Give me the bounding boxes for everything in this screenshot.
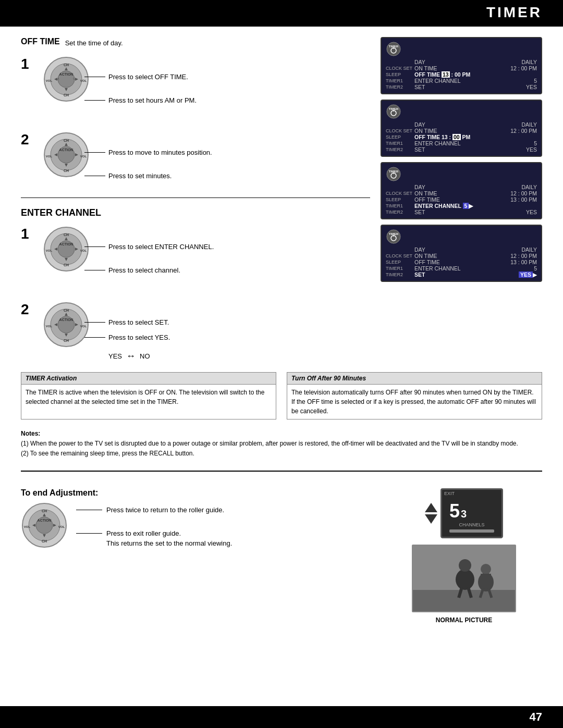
dial-end: CH CH VOL VOL ACTION — [21, 502, 68, 549]
end-left: To end Adjustment: CH CH VOL VOL ACTION — [21, 488, 375, 557]
screen4-row-timer1: TIMER1 ENTER CHANNEL 5 — [386, 265, 537, 272]
timer-icon-1: TIMER — [386, 41, 401, 57]
screen-1: TIMER DAY DAILY CLOCK SET ON TIME 12 : — [381, 37, 542, 94]
off-time-step2-line1: Press to move to minutes position. — [84, 149, 212, 156]
screen4-row-clockset: CLOCK SET ON TIME 12 : 00 PM — [386, 253, 537, 259]
notes-item-1: (1) When the power to the TV set is disr… — [21, 440, 518, 447]
info-boxes: TIMER Activation The TIMER is active whe… — [21, 372, 542, 419]
screen2-header: TIMER — [386, 104, 537, 119]
dial-4: CH CH VOL VOL ACTION — [43, 301, 90, 348]
enter-channel-title: ENTER CHANNEL — [21, 207, 101, 218]
screen1-header: TIMER — [386, 41, 537, 57]
svg-point-84 — [481, 564, 491, 574]
page-number: 47 — [530, 710, 542, 723]
screen1-row-sleep: SLEEP OFF TIME 13 : 00 PM — [386, 71, 537, 78]
svg-text:CH: CH — [42, 509, 47, 513]
timer-activation-box: TIMER Activation The TIMER is active whe… — [21, 372, 276, 419]
end-step2-detail: This returns the set to the normal viewi… — [106, 539, 232, 547]
screen1-row-header: DAY DAILY — [386, 59, 537, 65]
svg-text:CH: CH — [64, 139, 69, 142]
svg-text:ACTION: ACTION — [59, 242, 74, 246]
notes-section: Notes: (1) When the power to the TV set … — [21, 429, 542, 459]
screen1-row-clockset: CLOCK SET ON TIME 12 : 00 PM — [386, 65, 537, 71]
screen1-row-timer1: TIMER1 ENTER CHANNEL 5 — [386, 78, 537, 84]
screen4-row-header: DAY DAILY — [386, 246, 537, 253]
screen4-header: TIMER — [386, 229, 537, 244]
main-content: OFF TIME Set the time of day. 1 — [0, 27, 563, 639]
screen3-header: TIMER — [386, 166, 537, 182]
svg-rect-79 — [413, 590, 516, 612]
notes-item-2: (2) To see the remaining sleep time, pre… — [21, 450, 194, 457]
off-time-step1-line1: Press to select OFF TIME. — [84, 73, 197, 81]
screen2-row-timer2: TIMER2 SET YES — [386, 146, 537, 153]
arrow-down — [425, 514, 437, 524]
off-time-subtitle: Set the time of day. — [65, 39, 123, 47]
off-time-step1-line2: Press to set hours AM or PM. — [84, 96, 197, 104]
screen-3: TIMER DAY DAILY CLOCK SET ON TIME 12 : — [381, 162, 542, 219]
step1-number: 1 — [21, 56, 31, 72]
ec-step1-number: 1 — [21, 226, 31, 242]
svg-text:C: C — [73, 77, 75, 80]
screen1-row-timer2: TIMER2 SET YES — [386, 84, 537, 90]
ec-step1-line2: Press to select channel. — [84, 266, 214, 274]
section-divider — [21, 471, 542, 472]
screen2-row-header: DAY DAILY — [386, 121, 537, 128]
ec-step1-line1: Press to select ENTER CHANNEL. — [84, 243, 214, 251]
ec-step2-line1: Press to select SET. — [84, 318, 170, 326]
turn-off-title: Turn Off After 90 Minutes — [287, 373, 542, 385]
svg-text:VOL: VOL — [46, 155, 53, 158]
screen3-row-clockset: CLOCK SET ON TIME 12 : 00 PM — [386, 190, 537, 196]
svg-text:VOL: VOL — [46, 325, 53, 328]
top-section: OFF TIME Set the time of day. 1 — [21, 37, 542, 362]
svg-rect-82 — [459, 572, 471, 587]
screen-4: TIMER DAY DAILY CLOCK SET ON TIME 12 : — [381, 225, 542, 282]
svg-text:CH: CH — [64, 233, 69, 237]
dial-2: CH CH VOL VOL ACTION — [43, 131, 90, 178]
page-title: TIMER — [486, 4, 542, 20]
arrow-up — [425, 503, 437, 512]
timer-icon-3: TIMER — [386, 166, 401, 182]
screen3-row-sleep: SLEEP OFF TIME 13 : 00 PM — [386, 196, 537, 203]
screen2-row-clockset: CLOCK SET ON TIME 12 : 00 PM — [386, 128, 537, 134]
end-step1: Press twice to return to the roller guid… — [106, 506, 224, 514]
end-adjustment-section: To end Adjustment: CH CH VOL VOL ACTION — [21, 483, 542, 629]
double-arrow: ↔ — [126, 351, 136, 362]
screen3-row-timer1: TIMER1 ENTER CHANNEL 5▶ — [386, 203, 537, 209]
ec-step2-number: 2 — [21, 301, 31, 318]
svg-point-81 — [459, 559, 471, 572]
off-time-step2-line2: Press to set minutes. — [84, 172, 212, 180]
svg-text:CH: CH — [64, 63, 69, 67]
screen2-row-timer1: TIMER1 ENTER CHANNEL 5 — [386, 140, 537, 146]
svg-text:ACTION: ACTION — [38, 519, 52, 522]
channel-sub: 3 — [461, 508, 467, 520]
yes-no-line: YES ↔ NO — [84, 351, 170, 362]
ec-step2-line2: Press to select YES. — [84, 334, 170, 341]
svg-text:CH: CH — [64, 169, 69, 172]
left-instructions: OFF TIME Set the time of day. 1 — [21, 37, 370, 362]
normal-picture-label: NORMAL PICTURE — [436, 616, 492, 624]
yes-label: YES — [108, 352, 122, 360]
svg-text:CH: CH — [64, 93, 69, 97]
svg-text:ACTION: ACTION — [59, 72, 74, 76]
svg-text:CH: CH — [42, 539, 47, 543]
right-screens: TIMER DAY DAILY CLOCK SET ON TIME 12 : — [381, 37, 542, 282]
timer-activation-content: The TIMER is active when the television … — [21, 385, 276, 410]
svg-rect-85 — [481, 574, 491, 588]
dial-1: CH CH VOL VOL ACTION — [43, 56, 90, 103]
svg-text:VOL: VOL — [58, 525, 65, 528]
off-time-title: OFF TIME — [21, 37, 60, 46]
svg-text:VOL: VOL — [46, 249, 53, 252]
timer-activation-title: TIMER Activation — [21, 373, 276, 385]
screen3-row-timer2: TIMER2 SET YES — [386, 209, 537, 215]
end-right: EXIT 5 3 CHANNELS — [386, 488, 542, 624]
screen4-row-sleep: SLEEP OFF TIME 13 : 00 PM — [386, 259, 537, 265]
dial-3: CH CH VOL VOL ACTION — [43, 226, 90, 273]
timer-icon-2: TIMER — [386, 104, 401, 119]
notes-label: Notes: — [21, 430, 40, 437]
end-adjustment-title: To end Adjustment: — [21, 488, 375, 498]
football-scene — [413, 546, 516, 612]
screen-2: TIMER DAY DAILY CLOCK SET ON TIME 12 : — [381, 100, 542, 157]
timer-icon-4: TIMER — [386, 229, 401, 244]
end-step2: Press to exit roller guide. — [106, 529, 181, 537]
off-time-header: OFF TIME Set the time of day. — [21, 37, 370, 48]
